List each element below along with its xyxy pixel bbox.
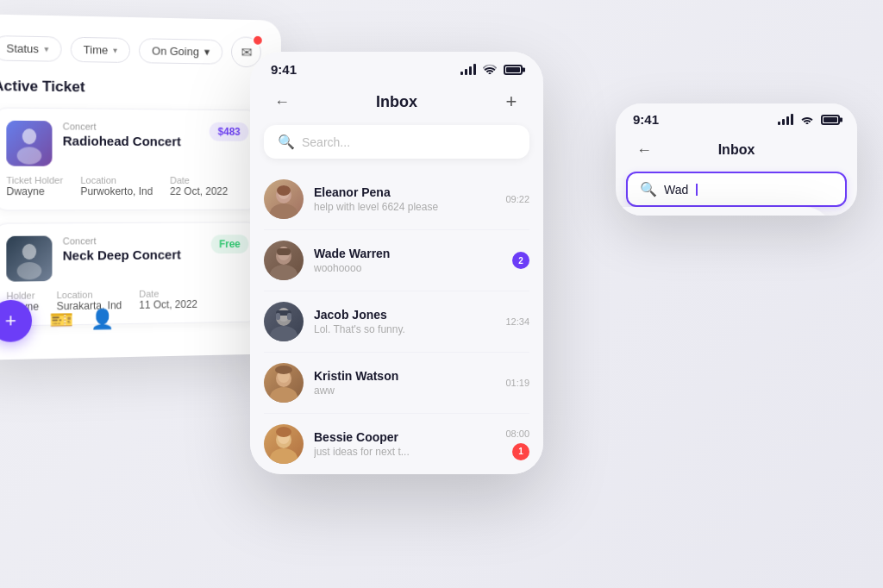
message-content-kristin: Kristin Watson aww bbox=[314, 369, 495, 397]
price-badge-radiohead: $483 bbox=[210, 122, 248, 141]
svg-point-20 bbox=[270, 387, 297, 403]
ongoing-filter-button[interactable]: On Going ▾ bbox=[139, 38, 222, 64]
message-content-eleanor: Eleanor Pena help with level 6624 please bbox=[314, 185, 495, 213]
message-time-kristin: 01:19 bbox=[505, 378, 529, 388]
message-meta-jacob: 12:34 bbox=[505, 316, 529, 327]
time-filter-button[interactable]: Time ▾ bbox=[71, 36, 131, 62]
svg-point-7 bbox=[270, 203, 297, 219]
ticket-app-card: Status ▾ Time ▾ On Going ▾ ✉ Active Tick… bbox=[0, 14, 281, 360]
fab-add-button[interactable]: + bbox=[0, 300, 32, 343]
status-filter-button[interactable]: Status ▾ bbox=[0, 35, 61, 62]
mail-notification-badge bbox=[252, 34, 263, 47]
holder-detail: Ticket Holder Dwayne bbox=[6, 175, 63, 197]
search-icon-right: 🔍 bbox=[640, 181, 657, 197]
date-label-2: Date bbox=[139, 288, 197, 299]
message-content-jacob: Jacob Jones Lol. That's so funny. bbox=[314, 308, 495, 335]
message-item-kristin[interactable]: Kristin Watson aww 01:19 bbox=[264, 353, 529, 414]
ongoing-filter-label: On Going bbox=[152, 44, 199, 58]
message-meta-bessie: 08:00 1 bbox=[505, 428, 529, 460]
ticket-nav-icon[interactable]: 🎫 bbox=[49, 309, 72, 332]
message-content-wade: Wade Warren woohoooo bbox=[314, 247, 502, 274]
message-content-bessie: Bessie Cooper just ideas for next t... bbox=[314, 430, 495, 458]
avatar-eleanor bbox=[264, 179, 304, 219]
battery-icon bbox=[504, 65, 523, 75]
message-time-bessie: 08:00 bbox=[505, 428, 529, 439]
message-name-eleanor: Eleanor Pena bbox=[314, 185, 495, 199]
date-value-2: 11 Oct, 2022 bbox=[139, 298, 197, 311]
svg-point-2 bbox=[17, 147, 42, 164]
filter-row: Status ▾ Time ▾ On Going ▾ ✉ bbox=[0, 32, 261, 67]
signal-icon-right bbox=[778, 114, 793, 125]
status-chevron-icon: ▾ bbox=[44, 44, 48, 53]
ticket-card-radiohead[interactable]: Concert Radiohead Concert $483 Ticket Ho… bbox=[0, 107, 261, 210]
ongoing-chevron-icon: ▾ bbox=[204, 45, 210, 58]
section-title: Active Ticket bbox=[0, 78, 261, 98]
message-name-kristin: Kristin Watson bbox=[314, 369, 495, 383]
messages-list-right: Wade War... bbox=[616, 207, 831, 216]
status-icons-right bbox=[778, 113, 840, 127]
svg-rect-19 bbox=[287, 313, 291, 320]
message-item-eleanor[interactable]: Eleanor Pena help with level 6624 please… bbox=[264, 169, 529, 230]
date-detail: Date 22 Oct, 2022 bbox=[170, 175, 228, 197]
concert-category-neckdeep: Concert bbox=[63, 235, 201, 246]
location-label: Location bbox=[80, 175, 153, 185]
inbox-header-center: ← Inbox + bbox=[250, 80, 543, 125]
wifi-icon-right bbox=[800, 113, 814, 127]
message-preview-eleanor: help with level 6624 please bbox=[314, 201, 495, 213]
message-name-bessie: Bessie Cooper bbox=[314, 430, 495, 444]
battery-icon-right bbox=[821, 115, 840, 125]
message-name-wade: Wade Warren bbox=[314, 247, 502, 260]
message-meta-eleanor: 09:22 bbox=[505, 194, 529, 204]
message-time-eleanor: 09:22 bbox=[505, 194, 529, 204]
inbox-title-right: Inbox bbox=[718, 142, 755, 158]
avatar-bessie bbox=[264, 424, 304, 464]
message-item-wade[interactable]: Wade Warren woohoooo 2 bbox=[264, 230, 529, 291]
message-item-jacob[interactable]: Jacob Jones Lol. That's so funny. 12:34 bbox=[264, 291, 529, 353]
back-button-center[interactable]: ← bbox=[267, 87, 297, 116]
date-detail-2: Date 11 Oct, 2022 bbox=[139, 288, 197, 311]
status-icons-center bbox=[460, 63, 523, 77]
ticket-info-radiohead: Concert Radiohead Concert bbox=[63, 121, 200, 148]
wifi-icon bbox=[483, 63, 497, 77]
holder-value: Dwayne bbox=[6, 185, 63, 197]
message-meta-kristin: 01:19 bbox=[505, 378, 529, 388]
status-bar-right: 9:41 bbox=[616, 103, 857, 130]
message-meta-wade: 2 bbox=[512, 252, 529, 269]
search-input-active[interactable]: 🔍 Wad bbox=[626, 172, 847, 207]
svg-rect-13 bbox=[277, 248, 291, 255]
location-detail: Location Purwokerto, Ind bbox=[80, 175, 153, 197]
status-time-right: 9:41 bbox=[633, 112, 659, 127]
compose-button-center[interactable]: + bbox=[497, 87, 526, 116]
avatar-wade bbox=[264, 241, 304, 280]
center-phone: 9:41 ← Inbo bbox=[250, 52, 543, 474]
time-filter-label: Time bbox=[84, 43, 109, 57]
right-phone: 9:41 ← Inbox bbox=[616, 103, 857, 216]
message-preview-jacob: Lol. That's so funny. bbox=[314, 323, 495, 335]
avatar-jacob bbox=[264, 302, 304, 341]
inbox-title-center: Inbox bbox=[376, 93, 417, 111]
status-bar-center: 9:41 bbox=[250, 52, 543, 80]
svg-point-1 bbox=[22, 128, 36, 144]
message-item-bessie[interactable]: Bessie Cooper just ideas for next t... 0… bbox=[264, 414, 529, 474]
message-item-wade-right[interactable]: Wade War... bbox=[616, 207, 821, 216]
date-value: 22 Oct, 2022 bbox=[170, 185, 228, 197]
ticket-details-radiohead: Ticket Holder Dwayne Location Purwokerto… bbox=[6, 175, 248, 197]
svg-point-4 bbox=[22, 244, 36, 260]
message-preview-wade: woohoooo bbox=[314, 262, 502, 274]
avatar-kristin bbox=[264, 363, 304, 403]
ticket-image-radiohead bbox=[6, 121, 52, 166]
svg-point-14 bbox=[270, 326, 297, 341]
location-value: Purwokerto, Ind bbox=[80, 185, 153, 197]
concert-name-radiohead: Radiohead Concert bbox=[63, 133, 200, 148]
holder-label: Ticket Holder bbox=[6, 175, 63, 185]
profile-nav-icon[interactable]: 👤 bbox=[91, 308, 114, 331]
search-input-text: Wad bbox=[664, 183, 688, 197]
time-chevron-icon: ▾ bbox=[113, 45, 117, 54]
search-box-center[interactable]: 🔍 Search... bbox=[264, 125, 529, 159]
ticket-header-neckdeep: Concert Neck Deep Concert Free bbox=[6, 235, 248, 282]
message-name-jacob: Jacob Jones bbox=[314, 308, 495, 322]
message-preview-bessie: just ideas for next t... bbox=[314, 446, 495, 458]
svg-point-10 bbox=[270, 265, 297, 280]
signal-icon bbox=[460, 64, 476, 75]
back-button-right[interactable]: ← bbox=[629, 135, 659, 165]
